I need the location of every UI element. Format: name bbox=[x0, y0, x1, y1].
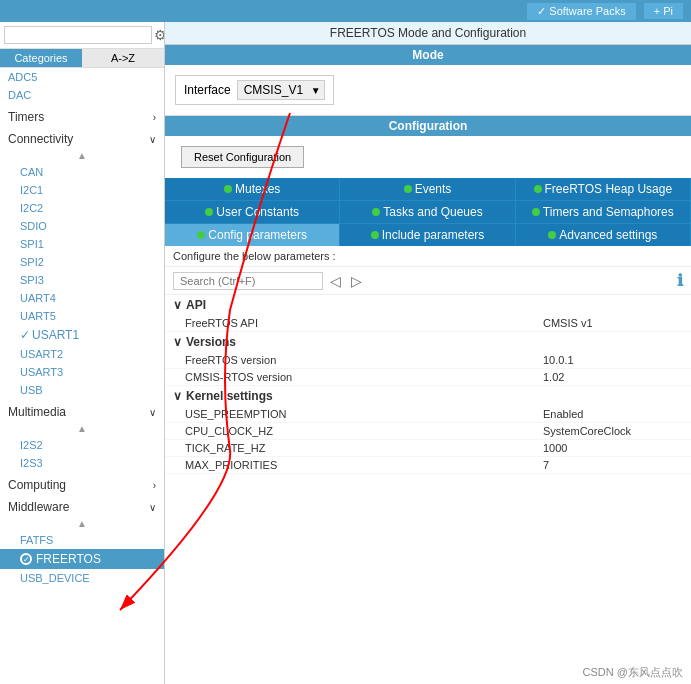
sidebar-item-sdio[interactable]: SDIO bbox=[0, 217, 164, 235]
sidebar-item-can[interactable]: CAN bbox=[0, 163, 164, 181]
param-value-cmsis-version: 1.02 bbox=[543, 371, 683, 383]
tab-mutexes[interactable]: Mutexes bbox=[165, 178, 340, 200]
sidebar-section-middleware[interactable]: Middleware ∨ bbox=[0, 494, 164, 516]
param-group-api: ∨ API FreeRTOS API CMSIS v1 bbox=[165, 295, 691, 332]
tabs-row-3: Config parameters Include parameters Adv… bbox=[165, 223, 691, 246]
param-name-cpu-clock: CPU_CLOCK_HZ bbox=[185, 425, 543, 437]
dot-heap bbox=[534, 185, 542, 193]
tabs-row-1: Mutexes Events FreeRTOS Heap Usage bbox=[165, 178, 691, 200]
page-title: FREERTOS Mode and Configuration bbox=[165, 22, 691, 45]
sidebar-item-uart4[interactable]: UART4 bbox=[0, 289, 164, 307]
interface-row: Interface CMSIS_V1 bbox=[175, 75, 334, 105]
param-row-use-preemption: USE_PREEMPTION Enabled bbox=[165, 406, 691, 423]
gear-icon[interactable]: ⚙ bbox=[154, 27, 165, 43]
tab-advanced-settings[interactable]: Advanced settings bbox=[516, 224, 691, 246]
sidebar-item-dac[interactable]: DAC bbox=[0, 86, 164, 104]
params-search-bar: ◁ ▷ ℹ bbox=[165, 267, 691, 295]
param-name-cmsis-version: CMSIS-RTOS version bbox=[185, 371, 543, 383]
sidebar: ⚙ Categories A->Z ADC5 DAC Timers › Conn… bbox=[0, 22, 165, 684]
param-row-tick-rate: TICK_RATE_HZ 1000 bbox=[165, 440, 691, 457]
sidebar-item-adc5[interactable]: ADC5 bbox=[0, 68, 164, 86]
sidebar-connectivity-label: Connectivity bbox=[8, 132, 73, 146]
sidebar-multimedia-label: Multimedia bbox=[8, 405, 66, 419]
param-name-freertos-api: FreeRTOS API bbox=[185, 317, 543, 329]
pin-button[interactable]: + Pi bbox=[644, 3, 683, 19]
main-content: FREERTOS Mode and Configuration Mode Int… bbox=[165, 22, 691, 684]
reset-configuration-button[interactable]: Reset Configuration bbox=[181, 146, 304, 168]
sidebar-item-usb[interactable]: USB bbox=[0, 381, 164, 399]
top-bar: ✓ Software Packs + Pi bbox=[0, 0, 691, 22]
collapse-arrow-api: ∨ bbox=[173, 298, 182, 312]
prev-result-button[interactable]: ◁ bbox=[327, 273, 344, 289]
info-icon[interactable]: ℹ bbox=[677, 271, 683, 290]
tab-events[interactable]: Events bbox=[340, 178, 515, 200]
sidebar-search-input[interactable] bbox=[4, 26, 152, 44]
sidebar-section-timers[interactable]: Timers › bbox=[0, 104, 164, 126]
tab-include-params[interactable]: Include parameters bbox=[340, 224, 515, 246]
tab-freertos-heap[interactable]: FreeRTOS Heap Usage bbox=[516, 178, 691, 200]
param-name-freertos-version: FreeRTOS version bbox=[185, 354, 543, 366]
sidebar-item-spi1[interactable]: SPI1 bbox=[0, 235, 164, 253]
scroll-up-middleware: ▲ bbox=[0, 516, 164, 531]
dot-config bbox=[197, 231, 205, 239]
sidebar-item-spi2[interactable]: SPI2 bbox=[0, 253, 164, 271]
dot-events bbox=[404, 185, 412, 193]
dot-mutexes bbox=[224, 185, 232, 193]
param-group-versions: ∨ Versions FreeRTOS version 10.0.1 CMSIS… bbox=[165, 332, 691, 386]
sidebar-item-i2c1[interactable]: I2C1 bbox=[0, 181, 164, 199]
software-packs-button[interactable]: ✓ Software Packs bbox=[527, 3, 635, 20]
sidebar-timers-label: Timers bbox=[8, 110, 44, 124]
sidebar-list: ADC5 DAC Timers › Connectivity ∨ ▲ CAN I… bbox=[0, 68, 164, 684]
param-value-freertos-api: CMSIS v1 bbox=[543, 317, 683, 329]
reset-btn-area: Reset Configuration bbox=[165, 136, 691, 178]
dot-timers-sem bbox=[532, 208, 540, 216]
tab-user-constants[interactable]: User Constants bbox=[165, 201, 340, 223]
sidebar-item-freertos[interactable]: ✓ FREERTOS bbox=[0, 549, 164, 569]
tab-timers-semaphores[interactable]: Timers and Semaphores bbox=[516, 201, 691, 223]
next-result-button[interactable]: ▷ bbox=[348, 273, 365, 289]
param-group-versions-header[interactable]: ∨ Versions bbox=[165, 332, 691, 352]
dot-tasks bbox=[372, 208, 380, 216]
sidebar-section-computing[interactable]: Computing › bbox=[0, 472, 164, 494]
mode-section-header: Mode bbox=[165, 45, 691, 65]
sidebar-item-usart3[interactable]: USART3 bbox=[0, 363, 164, 381]
tab-categories[interactable]: Categories bbox=[0, 49, 82, 67]
param-group-api-header[interactable]: ∨ API bbox=[165, 295, 691, 315]
sidebar-section-multimedia[interactable]: Multimedia ∨ bbox=[0, 399, 164, 421]
dot-advanced bbox=[548, 231, 556, 239]
interface-select[interactable]: CMSIS_V1 bbox=[237, 80, 325, 100]
param-group-kernel: ∨ Kernel settings USE_PREEMPTION Enabled… bbox=[165, 386, 691, 474]
param-row-max-priorities: MAX_PRIORITIES 7 bbox=[165, 457, 691, 474]
sidebar-section-connectivity[interactable]: Connectivity ∨ bbox=[0, 126, 164, 148]
param-value-freertos-version: 10.0.1 bbox=[543, 354, 683, 366]
param-name-use-preemption: USE_PREEMPTION bbox=[185, 408, 543, 420]
sidebar-tabs: Categories A->Z bbox=[0, 49, 164, 68]
sidebar-item-usb-device[interactable]: USB_DEVICE bbox=[0, 569, 164, 587]
tab-tasks-queues[interactable]: Tasks and Queues bbox=[340, 201, 515, 223]
check-circle-icon: ✓ bbox=[20, 553, 32, 565]
sidebar-computing-label: Computing bbox=[8, 478, 66, 492]
sidebar-item-i2c2[interactable]: I2C2 bbox=[0, 199, 164, 217]
sidebar-item-i2s2[interactable]: I2S2 bbox=[0, 436, 164, 454]
watermark: CSDN @东风点点吹 bbox=[583, 665, 683, 680]
sidebar-item-usart1[interactable]: ✓USART1 bbox=[0, 325, 164, 345]
config-section: Configuration Reset Configuration Mutexe… bbox=[165, 116, 691, 684]
sidebar-item-usart2[interactable]: USART2 bbox=[0, 345, 164, 363]
tab-az[interactable]: A->Z bbox=[82, 49, 164, 67]
check-icon: ✓ bbox=[20, 328, 30, 342]
tab-config-params[interactable]: Config parameters bbox=[165, 224, 340, 246]
param-group-kernel-header[interactable]: ∨ Kernel settings bbox=[165, 386, 691, 406]
sidebar-item-fatfs[interactable]: FATFS bbox=[0, 531, 164, 549]
params-search-input[interactable] bbox=[173, 272, 323, 290]
sidebar-search-bar: ⚙ bbox=[0, 22, 164, 49]
param-value-cpu-clock: SystemCoreClock bbox=[543, 425, 683, 437]
params-area: Configure the below parameters : ◁ ▷ ℹ ∨… bbox=[165, 246, 691, 684]
chevron-right-icon-comp: › bbox=[153, 480, 156, 491]
interface-label: Interface bbox=[184, 83, 231, 97]
chevron-down-icon: ∨ bbox=[149, 134, 156, 145]
chevron-right-icon: › bbox=[153, 112, 156, 123]
sidebar-item-spi3[interactable]: SPI3 bbox=[0, 271, 164, 289]
sidebar-item-uart5[interactable]: UART5 bbox=[0, 307, 164, 325]
sidebar-item-i2s3[interactable]: I2S3 bbox=[0, 454, 164, 472]
param-value-max-priorities: 7 bbox=[543, 459, 683, 471]
